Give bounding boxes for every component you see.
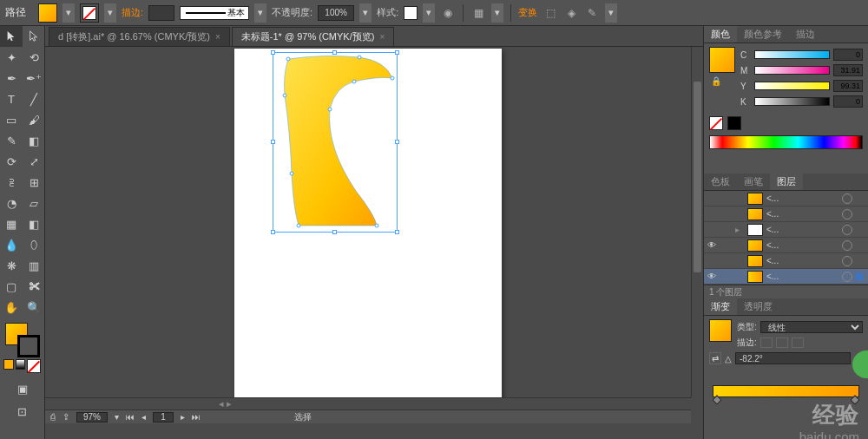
layer-thumbnail[interactable] <box>747 239 763 252</box>
blend-tool[interactable]: ⬯ <box>23 234 45 255</box>
export-icon[interactable]: ⎙ <box>50 412 56 422</box>
document-tab[interactable]: 未标题-1* @ 97% (CMYK/预览) × <box>232 27 394 46</box>
layer-name[interactable]: <... <box>766 193 842 203</box>
free-transform-tool[interactable]: ⊞ <box>23 172 45 193</box>
style-dropdown[interactable]: ▾ <box>423 3 435 23</box>
color-slider[interactable] <box>754 97 830 106</box>
mesh-tool[interactable]: ▦ <box>0 213 23 234</box>
screen-mode-tool[interactable]: ▣ <box>3 378 41 399</box>
gradient-mode[interactable] <box>16 359 26 370</box>
gradient-angle-input[interactable] <box>735 352 851 364</box>
horizontal-scrollbar[interactable]: ◂ ▸ <box>45 397 691 410</box>
next-page-icon[interactable]: ▸ <box>181 412 185 422</box>
layer-target[interactable] <box>842 256 852 266</box>
zoom-input[interactable] <box>76 412 108 423</box>
color-value-input[interactable] <box>833 64 863 76</box>
hand-tool[interactable]: ✋ <box>0 297 23 318</box>
selection-tool[interactable] <box>0 26 23 47</box>
edit-icon[interactable]: ✎ <box>584 5 600 21</box>
gradient-bar[interactable] <box>713 385 859 397</box>
reverse-gradient-icon[interactable]: ⇄ <box>709 352 721 364</box>
tab-color-guide[interactable]: 颜色参考 <box>737 26 789 43</box>
gradient-type-select[interactable]: 线性 <box>760 321 863 333</box>
layer-thumbnail[interactable] <box>747 255 763 267</box>
color-value-input[interactable] <box>833 49 863 61</box>
artboard[interactable] <box>234 49 502 397</box>
color-value-input[interactable] <box>833 95 863 108</box>
layer-target[interactable] <box>842 209 852 220</box>
lock-icon[interactable]: 🔒 <box>711 76 721 86</box>
line-tool[interactable]: ╱ <box>23 88 45 109</box>
layer-name[interactable]: <... <box>766 272 842 281</box>
symbol-sprayer-tool[interactable]: ❋ <box>0 255 23 276</box>
stroke-gradient-mode-3[interactable] <box>792 337 804 348</box>
zoom-dropdown[interactable]: ▾ <box>115 412 119 422</box>
tab-transparency[interactable]: 透明度 <box>737 298 779 315</box>
graph-tool[interactable]: ▥ <box>23 255 45 276</box>
layer-name[interactable]: <... <box>766 209 842 219</box>
color-slider[interactable] <box>754 66 830 75</box>
color-preview-swatch[interactable] <box>709 47 735 73</box>
stroke-gradient-mode-2[interactable] <box>776 337 788 348</box>
recolor-icon[interactable]: ◉ <box>440 5 456 21</box>
stroke-swatch[interactable] <box>80 3 99 23</box>
graphic-style-swatch[interactable] <box>404 6 418 20</box>
gradient-preview[interactable] <box>709 319 732 342</box>
share-icon[interactable]: ⇪ <box>62 412 69 422</box>
first-page-icon[interactable]: ⏮ <box>126 412 135 422</box>
fill-dropdown[interactable]: ▾ <box>62 3 75 23</box>
zoom-tool[interactable]: 🔍 <box>23 297 45 318</box>
add-anchor-tool[interactable]: ✒⁺ <box>23 68 45 88</box>
gradient-tool[interactable]: ◧ <box>23 213 45 234</box>
opacity-input[interactable] <box>318 5 354 21</box>
layer-row[interactable]: <... <box>704 191 868 206</box>
document-tab[interactable]: d [转换].ai* @ 16.67% (CMYK/预览) × <box>49 27 230 46</box>
vertical-scrollbar[interactable] <box>691 47 703 397</box>
layer-target[interactable] <box>842 240 852 251</box>
artboard-tool[interactable]: ▢ <box>0 276 23 297</box>
visibility-icon[interactable]: 👁 <box>704 240 720 250</box>
layer-target[interactable] <box>842 193 852 204</box>
layer-row[interactable]: <... <box>704 206 868 222</box>
layer-thumbnail[interactable] <box>747 208 763 220</box>
fill-stroke-control[interactable] <box>0 321 44 357</box>
opacity-dropdown[interactable]: ▾ <box>359 3 372 23</box>
stroke-gradient-mode-1[interactable] <box>760 337 773 348</box>
layer-name[interactable]: <... <box>766 240 842 250</box>
more-dropdown[interactable]: ▾ <box>605 3 617 23</box>
stroke-weight-input[interactable] <box>148 5 174 21</box>
stroke-profile-dropdown[interactable]: ▾ <box>254 3 266 23</box>
selection-bounding-box[interactable] <box>273 52 398 233</box>
shape-mode-icon[interactable]: ⬚ <box>542 5 558 21</box>
slice-tool[interactable]: ✀ <box>23 276 45 297</box>
shape-builder-tool[interactable]: ◔ <box>0 193 23 213</box>
canvas-viewport[interactable] <box>45 47 691 397</box>
layer-target[interactable] <box>842 272 852 282</box>
scale-tool[interactable]: ⤢ <box>23 151 45 172</box>
layer-target[interactable] <box>842 225 852 235</box>
layer-row[interactable]: <... <box>704 253 868 269</box>
align-icon[interactable]: ▦ <box>470 5 486 21</box>
direct-selection-tool[interactable] <box>23 26 45 47</box>
tab-stroke[interactable]: 描边 <box>789 26 822 43</box>
close-icon[interactable]: × <box>215 32 220 42</box>
lasso-tool[interactable]: ⟲ <box>23 47 45 68</box>
width-tool[interactable]: ⫔ <box>0 172 23 193</box>
stroke-profile[interactable]: 基本 <box>180 6 249 20</box>
color-slider[interactable] <box>754 50 830 59</box>
color-mode[interactable] <box>3 359 14 370</box>
page-input[interactable] <box>153 412 174 423</box>
stroke-label[interactable]: 描边: <box>122 6 143 19</box>
gradient-stop[interactable] <box>850 395 859 404</box>
stroke-dropdown[interactable]: ▾ <box>104 3 116 23</box>
paintbrush-tool[interactable]: 🖌 <box>23 109 45 130</box>
layer-row[interactable]: 👁 <... <box>704 269 868 285</box>
layer-thumbnail[interactable] <box>747 271 763 283</box>
color-value-input[interactable] <box>833 80 863 92</box>
tab-brushes[interactable]: 画笔 <box>737 174 770 190</box>
black-color[interactable] <box>727 116 741 130</box>
rectangle-tool[interactable]: ▭ <box>0 109 23 130</box>
pencil-tool[interactable]: ✎ <box>0 130 23 151</box>
none-color[interactable] <box>709 116 723 130</box>
layer-name[interactable]: <... <box>766 256 842 265</box>
